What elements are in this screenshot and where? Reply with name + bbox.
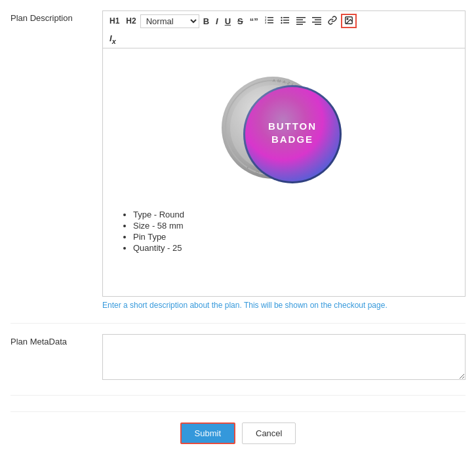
svg-rect-15 xyxy=(296,24,303,26)
svg-rect-0 xyxy=(268,17,273,18)
svg-rect-6 xyxy=(283,17,289,18)
divider-1 xyxy=(10,323,466,324)
svg-text:BUTTON: BUTTON xyxy=(268,121,317,132)
list-item: Type - Round xyxy=(133,210,454,219)
clear-format-button[interactable]: Ix xyxy=(107,33,119,46)
helper-text-link: This will be shown on the checkout page. xyxy=(244,301,387,310)
cancel-button[interactable]: Cancel xyxy=(242,422,296,444)
ordered-list-button[interactable]: 1 2 3 xyxy=(262,14,277,28)
plan-description-row: Plan Description H1 H2 Normal Heading 1 … xyxy=(10,10,466,310)
svg-rect-2 xyxy=(268,22,273,24)
underline-button[interactable]: U xyxy=(222,16,233,27)
plan-metadata-textarea[interactable] xyxy=(102,334,466,380)
plan-metadata-field xyxy=(102,334,466,382)
bold-button[interactable]: B xyxy=(201,16,212,27)
form-actions: Submit Cancel xyxy=(10,411,466,444)
plan-description-field: H1 H2 Normal Heading 1 Heading 2 Heading… xyxy=(102,10,466,310)
image-button[interactable] xyxy=(341,14,357,28)
submit-button[interactable]: Submit xyxy=(180,422,235,444)
align-right-button[interactable] xyxy=(309,14,324,28)
svg-point-10 xyxy=(281,20,282,21)
plan-metadata-row: Plan MetaData xyxy=(10,334,466,382)
svg-rect-19 xyxy=(315,24,321,26)
svg-point-11 xyxy=(281,22,282,24)
quote-button[interactable]: “” xyxy=(247,16,261,27)
strikethrough-button[interactable]: S xyxy=(235,16,246,27)
badge-bullet-list: Type - Round Size - 58 mm Pin Type Quant… xyxy=(113,210,454,253)
list-item: Quantity - 25 xyxy=(133,243,454,253)
h2-button[interactable]: H2 xyxy=(123,16,138,26)
badge-image-container: AMAZING WIDGET CO. • AMAZING WIDGET CO. … xyxy=(113,59,454,197)
svg-rect-14 xyxy=(296,22,306,23)
svg-point-9 xyxy=(281,17,282,18)
format-select[interactable]: Normal Heading 1 Heading 2 Heading 3 xyxy=(140,14,199,28)
list-item: Size - 58 mm xyxy=(133,221,454,231)
editor-content-area[interactable]: AMAZING WIDGET CO. • AMAZING WIDGET CO. … xyxy=(102,48,466,297)
svg-rect-12 xyxy=(296,17,306,18)
editor-toolbar-row2: Ix xyxy=(102,31,466,48)
editor-toolbar-row1: H1 H2 Normal Heading 1 Heading 2 Heading… xyxy=(102,10,466,31)
svg-rect-13 xyxy=(296,20,303,21)
svg-text:BADGE: BADGE xyxy=(271,134,313,145)
svg-rect-8 xyxy=(283,22,289,24)
plan-description-label: Plan Description xyxy=(10,10,102,23)
h1-button[interactable]: H1 xyxy=(107,16,122,26)
svg-text:3: 3 xyxy=(265,21,267,24)
svg-rect-17 xyxy=(315,20,321,21)
svg-rect-16 xyxy=(312,17,321,18)
svg-point-21 xyxy=(347,18,348,20)
unordered-list-button[interactable] xyxy=(278,14,292,28)
italic-button[interactable]: I xyxy=(213,16,221,27)
align-left-button[interactable] xyxy=(294,14,308,28)
link-button[interactable] xyxy=(325,14,340,28)
svg-rect-7 xyxy=(283,20,289,21)
svg-rect-1 xyxy=(268,20,273,21)
helper-text-before: Enter a short description about the plan… xyxy=(102,301,244,310)
helper-text: Enter a short description about the plan… xyxy=(102,301,466,310)
divider-2 xyxy=(10,395,466,396)
plan-metadata-label: Plan MetaData xyxy=(10,334,102,347)
svg-rect-18 xyxy=(312,22,321,23)
list-item: Pin Type xyxy=(133,232,454,242)
